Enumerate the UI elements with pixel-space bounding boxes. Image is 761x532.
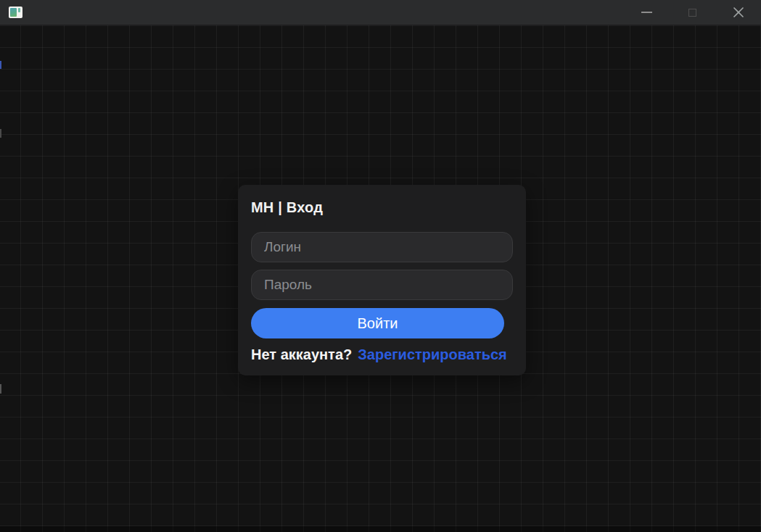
login-input[interactable] [251,232,513,262]
titlebar[interactable] [0,0,761,25]
canvas-edge-fragment-gray [0,384,1,394]
login-card-title: МН | Вход [251,199,513,215]
login-card: МН | Вход Войти Нет аккаунта?Зарегистрир… [238,185,526,375]
maximize-button[interactable] [670,0,715,25]
close-icon [733,7,744,18]
login-card-footer: Нет аккаунта?Зарегистрироваться [251,347,513,362]
maximize-icon [688,9,696,17]
app-logo-main-shape [10,8,17,17]
canvas-edge-fragment-blue [0,61,1,69]
app-logo-icon [9,7,22,18]
app-logo-side-shape [18,8,20,12]
register-link[interactable]: Зарегистрироваться [358,346,507,362]
window-bottom-shadow [0,526,761,532]
minimize-button[interactable] [624,0,670,25]
window-controls [624,0,761,25]
minimize-icon [641,12,652,13]
close-button[interactable] [715,0,761,25]
password-input[interactable] [251,270,513,300]
grid-canvas[interactable]: МН | Вход Войти Нет аккаунта?Зарегистрир… [0,25,761,532]
canvas-edge-fragment-gray [0,129,1,138]
no-account-text: Нет аккаунта? [251,346,352,362]
login-submit-button[interactable]: Войти [251,308,504,338]
app-window: МН | Вход Войти Нет аккаунта?Зарегистрир… [0,0,761,532]
